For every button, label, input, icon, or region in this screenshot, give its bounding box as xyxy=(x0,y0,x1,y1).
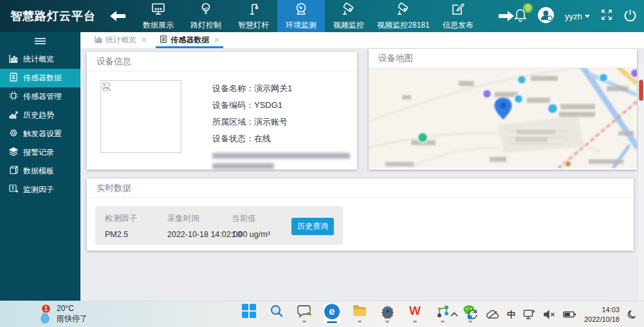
map-marker-purple[interactable] xyxy=(483,89,492,98)
nav-item-environment-monitoring[interactable]: 环境监测 xyxy=(277,0,325,32)
nav-item-smart-pole[interactable]: 智慧灯杆 xyxy=(230,0,277,32)
fullscreen-icon[interactable] xyxy=(600,8,613,24)
time-value: 2022-10-18 14:02:00 xyxy=(167,230,242,239)
nav-item-data-display[interactable]: 数据展示 xyxy=(134,0,182,32)
desktop-screen: 智慧路灯云平台 数据展示 路灯控制 xyxy=(0,0,644,327)
sidebar-item-trigger-settings[interactable]: 触发器设置 xyxy=(0,125,80,143)
user-menu[interactable]: yyzh xyxy=(565,12,590,21)
browser-e-icon: e xyxy=(324,303,340,320)
sidebar-item-alarm-records[interactable]: 报警记录 xyxy=(0,143,80,162)
factor-value: PM2.5 xyxy=(105,230,137,239)
nav-item-video-monitoring-28181[interactable]: 视频监控28181 xyxy=(373,0,434,32)
edit-publish-icon xyxy=(450,2,466,19)
night-mode-moon-icon[interactable] xyxy=(627,310,638,320)
map-marker-purple[interactable] xyxy=(630,69,637,78)
column-header: 检测因子 xyxy=(105,213,137,224)
nav-scroll-left-arrow-icon[interactable] xyxy=(110,10,125,22)
gauge-monitor-icon xyxy=(293,2,309,19)
sidebar-item-data-template[interactable]: 数据模板 xyxy=(0,162,80,181)
layers-icon xyxy=(9,147,18,158)
cctv-camera-icon xyxy=(396,2,411,19)
sidebar-item-history-trend[interactable]: 历史趋势 xyxy=(0,106,80,125)
street-lamp-icon xyxy=(246,2,261,19)
sidebar-item-sensor-management[interactable]: 传感器管理 xyxy=(0,87,80,106)
tray-expand-chevron-icon[interactable] xyxy=(450,312,459,317)
device-code-value: YSDG1 xyxy=(254,100,282,110)
gear-icon xyxy=(379,303,396,319)
ime-language-indicator[interactable]: 中 xyxy=(507,309,515,321)
text-factor-icon xyxy=(9,184,18,195)
device-area-row: 所属区域：演示账号 xyxy=(212,114,350,130)
sync-tray-icon[interactable] xyxy=(466,309,479,320)
device-info-body: 设备名称：演示网关1 设备编码：YSDG1 所属区域：演示账号 设备状态：在线 xyxy=(87,71,357,169)
sidebar-item-sensor-data[interactable]: 传感器数据 xyxy=(0,69,80,87)
chat-app-button[interactable] xyxy=(295,303,314,326)
tab-label: 传感器数据 xyxy=(170,35,209,46)
close-icon[interactable]: ✕ xyxy=(141,36,147,44)
realtime-data-card: 检测因子 PM2.5 采集时间 2022-10-18 14:02:00 当前值 … xyxy=(95,206,343,245)
tab-bar: 统计概览 ✕ 传感器数据 ✕ xyxy=(80,32,644,49)
sidebar-item-monitoring-factors[interactable]: 监测因子 xyxy=(0,181,80,199)
app-title: 智慧路灯云平台 xyxy=(10,8,96,24)
device-name-row: 设备名称：演示网关1 xyxy=(212,80,350,97)
tab-sensor-data[interactable]: 传感器数据 ✕ xyxy=(153,32,226,48)
sidebar-collapse-button[interactable] xyxy=(0,32,80,50)
panel-title: 设备信息 xyxy=(87,52,357,71)
display-tray-icon[interactable] xyxy=(523,309,535,320)
user-avatar[interactable] xyxy=(537,6,555,26)
map-marker-cyan[interactable] xyxy=(514,94,523,103)
scrollbar-thumb[interactable] xyxy=(639,80,643,101)
close-icon[interactable]: ✕ xyxy=(214,36,219,44)
notification-bell-icon[interactable]: 0 xyxy=(514,8,527,24)
history-query-button[interactable]: 历史查询 xyxy=(291,218,334,235)
map-marker-green[interactable] xyxy=(418,132,428,143)
clock-date: 2022/10/18 xyxy=(584,315,620,324)
col-factor: 检测因子 PM2.5 xyxy=(105,213,137,239)
map-marker-orange[interactable] xyxy=(565,161,571,167)
chevron-down-icon xyxy=(585,15,590,18)
sidebar-item-stats-overview[interactable]: 统计概览 xyxy=(0,50,80,69)
device-area-value: 演示账号 xyxy=(254,117,288,127)
start-button[interactable] xyxy=(239,303,259,326)
map-marker-cyan[interactable] xyxy=(547,103,558,114)
map-canvas[interactable] xyxy=(369,68,637,168)
battery-plugged-icon[interactable] xyxy=(563,310,576,319)
clock-time: 14:03 xyxy=(584,305,620,314)
settings-button[interactable] xyxy=(378,303,397,326)
tab-stats-overview[interactable]: 统计概览 ✕ xyxy=(88,32,153,48)
browser-button-active[interactable]: e xyxy=(322,303,342,326)
nav-item-info-publish[interactable]: 信息发布 xyxy=(434,0,482,32)
top-nav-menu: 数据展示 路灯控制 智慧灯杆 xyxy=(134,0,482,32)
weather-raindrop-icon: 1 xyxy=(40,306,51,323)
chat-bubble-icon xyxy=(296,303,313,319)
weather-text: 20°C 雨快停了 xyxy=(57,304,87,324)
nav-item-light-control[interactable]: 路灯控制 xyxy=(182,0,230,32)
wps-w-icon: W xyxy=(407,303,423,319)
cloud-tray-icon[interactable] xyxy=(486,310,499,319)
map-marker-cyan[interactable] xyxy=(517,75,526,84)
gear-icon xyxy=(9,128,18,139)
device-image-placeholder xyxy=(100,80,181,153)
device-status-row: 设备状态：在线 xyxy=(212,130,350,147)
file-explorer-button[interactable] xyxy=(350,303,369,326)
nav-item-video-monitoring[interactable]: 视频监控 xyxy=(325,0,373,32)
nav-scroll-right-arrow-icon[interactable] xyxy=(499,10,514,22)
monitor-icon xyxy=(151,2,166,19)
taskbar-clock[interactable]: 14:03 2022/10/18 xyxy=(584,305,620,324)
wps-office-button[interactable]: W xyxy=(405,303,425,326)
search-button[interactable] xyxy=(267,303,286,326)
col-current-value: 当前值 1.00 ug/m³ xyxy=(232,213,270,239)
volume-muted-icon[interactable] xyxy=(543,310,555,319)
redacted-location-lines xyxy=(212,153,350,169)
page-scrollbar[interactable] xyxy=(638,64,644,327)
left-sidebar: 统计概览 传感器数据 传感器管理 历史趋势 触发器设置 报警记录 数据模板 监 xyxy=(0,32,80,301)
panel-title: 实时数据 xyxy=(87,179,634,198)
map-marker-cyan[interactable] xyxy=(599,73,608,82)
cube-icon xyxy=(9,166,18,177)
windows-start-icon xyxy=(241,303,257,319)
top-navigation-bar: 智慧路灯云平台 数据展示 路灯控制 xyxy=(0,0,644,32)
logout-power-icon[interactable] xyxy=(623,8,637,24)
weather-widget[interactable]: 1 20°C 雨快停了 xyxy=(40,304,87,324)
device-status-value: 在线 xyxy=(254,134,271,143)
device-code-row: 设备编码：YSDG1 xyxy=(212,97,350,114)
